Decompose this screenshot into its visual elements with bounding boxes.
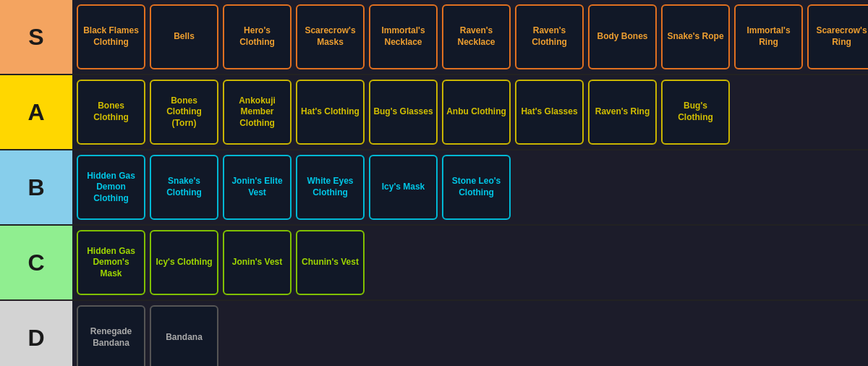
item-card[interactable]: Immortal's Necklace (369, 4, 438, 69)
item-card[interactable]: Renegade Bandana (77, 305, 145, 366)
tier-label-c: C (0, 226, 72, 299)
item-card[interactable]: Bandana (150, 305, 218, 366)
item-card[interactable]: White Eyes Clothing (296, 155, 365, 220)
tier-items-a: Bones ClothingBones Clothing (Torn)Ankok… (72, 75, 868, 149)
item-card[interactable]: Icy's Mask (369, 155, 438, 220)
item-card[interactable]: Hidden Gas Demon's Mask (77, 230, 145, 295)
item-card[interactable]: Black Flames Clothing (77, 4, 145, 69)
tier-label-a: A (0, 75, 72, 149)
item-card[interactable]: Raven's Necklace (442, 4, 511, 69)
tier-list: SBlack Flames ClothingBellsHero's Clothi… (0, 0, 868, 366)
tier-row-d: DRenegade BandanaBandana (0, 301, 868, 366)
item-card[interactable]: Hat's Clothing (296, 80, 365, 145)
tier-row-c: CHidden Gas Demon's MaskIcy's ClothingJo… (0, 226, 868, 301)
item-card[interactable]: Bones Clothing (77, 80, 145, 145)
item-card[interactable]: Bug's Glasses (369, 80, 438, 145)
tier-items-d: Renegade BandanaBandana (72, 301, 868, 366)
item-card[interactable]: Ankokuji Member Clothing (223, 80, 292, 145)
tier-row-a: ABones ClothingBones Clothing (Torn)Anko… (0, 75, 868, 150)
item-card[interactable]: Hidden Gas Demon Clothing (77, 155, 145, 220)
item-card[interactable]: Snake's Clothing (150, 155, 218, 220)
item-card[interactable]: Jonin's Vest (223, 230, 292, 295)
item-card[interactable]: Raven's Clothing (515, 4, 584, 69)
item-card[interactable]: Scarecrow's Masks (296, 4, 365, 69)
item-card[interactable]: Icy's Clothing (150, 230, 218, 295)
tier-label-d: D (0, 301, 72, 366)
tier-items-c: Hidden Gas Demon's MaskIcy's ClothingJon… (72, 226, 868, 299)
tier-label-s: S (0, 0, 72, 74)
item-card[interactable]: Immortal's Ring (734, 4, 803, 69)
item-card[interactable]: Chunin's Vest (296, 230, 365, 295)
item-card[interactable]: Jonin's Elite Vest (223, 155, 292, 220)
item-card[interactable]: Snake's Rope (661, 4, 730, 69)
tier-items-s: Black Flames ClothingBellsHero's Clothin… (72, 0, 868, 74)
item-card[interactable]: Scarecrow's Ring (807, 4, 868, 69)
item-card[interactable]: Bug's Clothing (661, 80, 730, 145)
tier-label-b: B (0, 150, 72, 224)
item-card[interactable]: Bones Clothing (Torn) (150, 80, 218, 145)
tier-row-b: BHidden Gas Demon ClothingSnake's Clothi… (0, 150, 868, 226)
item-card[interactable]: Stone Leo's Clothing (442, 155, 511, 220)
item-card[interactable]: Body Bones (588, 4, 657, 69)
item-card[interactable]: Hero's Clothing (223, 4, 292, 69)
item-card[interactable]: Anbu Clothing (442, 80, 511, 145)
item-card[interactable]: Raven's Ring (588, 80, 657, 145)
tier-items-b: Hidden Gas Demon ClothingSnake's Clothin… (72, 150, 868, 224)
tier-row-s: SBlack Flames ClothingBellsHero's Clothi… (0, 0, 868, 75)
item-card[interactable]: Hat's Glasses (515, 80, 584, 145)
item-card[interactable]: Bells (150, 4, 218, 69)
